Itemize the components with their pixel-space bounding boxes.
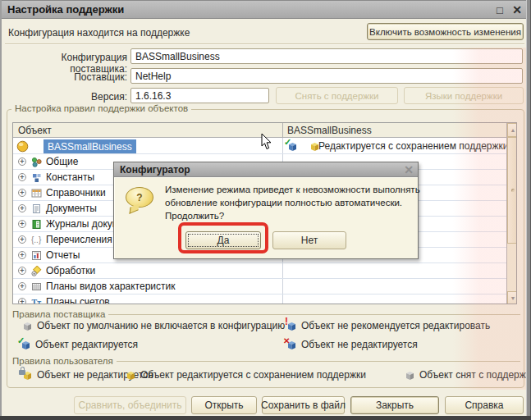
grey-cube-icon bbox=[405, 370, 415, 381]
expand-icon[interactable]: + bbox=[18, 282, 26, 290]
save-to-file-button[interactable]: Сохранить в файл bbox=[262, 396, 345, 414]
close-button[interactable]: Закрыть bbox=[350, 396, 439, 414]
scrollbar-thumb[interactable] bbox=[507, 137, 517, 244]
table-scrollbar[interactable]: ▲ ▼ bbox=[506, 123, 517, 304]
blue-cube-cross-icon: ✕ bbox=[286, 340, 297, 350]
legend-item: Объект по умолчанию не включается в конф… bbox=[22, 320, 285, 331]
mouse-cursor bbox=[261, 134, 272, 153]
window-titlebar[interactable]: Настройка поддержки □ ✕ bbox=[1, 1, 530, 19]
legend-item: ✕ Объект не редактируется bbox=[286, 339, 418, 350]
svg-text:Тт: Тт bbox=[32, 298, 42, 304]
scroll-down-icon[interactable]: ▼ bbox=[507, 291, 517, 304]
vendor-rules-header: Правила поставщика bbox=[12, 309, 520, 319]
yellow-cube-icon bbox=[126, 370, 136, 381]
legend-label: Объект не рекомендуется редактировать bbox=[301, 320, 490, 331]
maximize-icon[interactable]: □ bbox=[492, 2, 507, 17]
support-settings-window: Настройка поддержки □ ✕ Конфигурация нах… bbox=[0, 0, 531, 420]
vendor-label: Поставщик: bbox=[7, 71, 127, 83]
close-icon[interactable]: ✕ bbox=[510, 2, 524, 17]
tree-item-label: Планы счетов bbox=[46, 296, 110, 304]
enumerations-icon: {..} bbox=[31, 235, 42, 245]
legend-item: ✓ Объект редактируется bbox=[21, 339, 138, 350]
common-objects-icon bbox=[31, 157, 42, 167]
vendor-config-field[interactable]: BASSmallBusiness bbox=[130, 48, 523, 64]
rules-groupbox-title: Настройка правил поддержки объектов bbox=[11, 103, 191, 113]
column-header-object[interactable]: Объект bbox=[18, 125, 52, 136]
legend-label: Объект по умолчанию не включается в конф… bbox=[37, 320, 285, 331]
table-row[interactable]: + Тт Планы счетов bbox=[13, 294, 506, 304]
support-status-label: Конфигурация находится на поддержке bbox=[8, 27, 190, 39]
help-button[interactable]: Справка bbox=[445, 396, 524, 414]
document-journals-icon bbox=[31, 219, 42, 230]
expand-icon[interactable]: + bbox=[18, 189, 26, 197]
tree-item-label-selected[interactable]: BASSmallBusiness bbox=[43, 139, 136, 153]
window-border-right bbox=[526, 0, 531, 420]
window-title: Настройка поддержки bbox=[1, 3, 124, 16]
scroll-up-icon[interactable]: ▲ bbox=[507, 123, 517, 137]
data-processors-icon bbox=[31, 266, 42, 276]
annotation-highlight-rectangle bbox=[178, 222, 268, 253]
legend-label: Объект снят с поддержки bbox=[419, 369, 531, 381]
dialog-message: Изменение режима приведет к невозможност… bbox=[165, 183, 420, 222]
column-header-support[interactable]: BASSmallBusiness bbox=[287, 125, 372, 136]
remove-support-button[interactable]: Снять с поддержки bbox=[276, 87, 398, 104]
documents-icon bbox=[31, 203, 42, 214]
separator-line bbox=[5, 43, 524, 45]
reports-icon bbox=[31, 250, 42, 261]
table-row[interactable]: + Обработки bbox=[13, 263, 506, 279]
expand-icon[interactable]: + bbox=[18, 173, 26, 181]
constants-icon bbox=[31, 172, 42, 183]
expand-icon[interactable]: + bbox=[18, 235, 26, 244]
tree-item-label: Планы видов характеристик bbox=[46, 281, 175, 292]
expand-icon[interactable]: + bbox=[18, 267, 26, 275]
tree-item-label: Перечисления bbox=[46, 234, 112, 245]
version-label: Версия: bbox=[7, 91, 127, 103]
no-button[interactable]: Нет bbox=[272, 231, 346, 249]
version-field[interactable]: 1.6.16.3 bbox=[130, 88, 269, 103]
window-border-left bbox=[0, 0, 2, 420]
dialog-close-icon[interactable]: ✕ bbox=[404, 163, 414, 176]
blue-cube-check-icon: ✓ bbox=[287, 141, 298, 152]
legend-label: Объект редактируется bbox=[35, 339, 138, 350]
window-border-top bbox=[0, 0, 531, 1]
table-row[interactable]: + Планы видов характеристик bbox=[13, 279, 506, 294]
expand-icon[interactable]: + bbox=[18, 251, 26, 259]
charts-of-accounts-icon: Тт bbox=[31, 297, 42, 304]
catalogs-icon bbox=[31, 188, 42, 199]
table-row-root[interactable]: BASSmallBusiness ✓ Редактируется с сохра… bbox=[13, 139, 506, 154]
expand-icon[interactable]: + bbox=[18, 204, 26, 212]
grey-cube-icon bbox=[22, 321, 33, 331]
legend-item: Объект снят с поддержки bbox=[405, 369, 531, 381]
tree-item-label: Справочники bbox=[46, 187, 106, 199]
legend-item: Объект редактируется с сохранением подде… bbox=[126, 369, 366, 381]
user-rules-header: Правила пользователя bbox=[12, 356, 520, 366]
expand-icon[interactable]: + bbox=[18, 158, 26, 166]
configuration-root-icon bbox=[16, 140, 29, 153]
dialog-title: Конфигуратор bbox=[114, 164, 190, 176]
expand-icon[interactable]: + bbox=[18, 220, 26, 228]
yellow-cube-lock-icon bbox=[22, 370, 33, 381]
enable-change-button[interactable]: Включить возможность изменения bbox=[367, 23, 524, 40]
scrollbar-grip bbox=[511, 189, 515, 192]
legend-label: Объект редактируется с сохранением подде… bbox=[140, 369, 366, 381]
column-divider-header[interactable] bbox=[282, 123, 283, 138]
dialog-titlebar[interactable]: Конфигуратор ✕ bbox=[114, 162, 418, 177]
blue-cube-exclamation-icon: ! bbox=[286, 321, 297, 331]
legend-item: ! Объект не рекомендуется редактировать bbox=[286, 320, 490, 331]
open-button[interactable]: Открыть bbox=[191, 396, 257, 414]
compare-merge-button[interactable]: Сравнить, объединить bbox=[74, 396, 186, 414]
support-cell-text: Редактируется с сохранением поддержки bbox=[318, 140, 509, 152]
charts-of-characteristic-types-icon bbox=[31, 281, 42, 292]
window-border-bottom bbox=[0, 416, 531, 420]
vendor-field[interactable]: NetHelp bbox=[130, 68, 523, 84]
expand-icon[interactable]: + bbox=[18, 298, 26, 304]
blue-cube-check-icon: ✓ bbox=[21, 340, 31, 350]
support-languages-button[interactable]: Языки поддержки bbox=[404, 87, 524, 104]
tree-item-label: Обработки bbox=[46, 265, 95, 276]
tree-item-label: Общие bbox=[46, 156, 78, 167]
legend-label: Объект не редактируется bbox=[301, 339, 418, 350]
tree-item-label: Документы bbox=[46, 203, 97, 214]
table-header[interactable]: Объект BASSmallBusiness bbox=[13, 123, 506, 138]
tree-item-label: Константы bbox=[46, 171, 94, 183]
tree-item-label: Отчеты bbox=[46, 249, 80, 261]
